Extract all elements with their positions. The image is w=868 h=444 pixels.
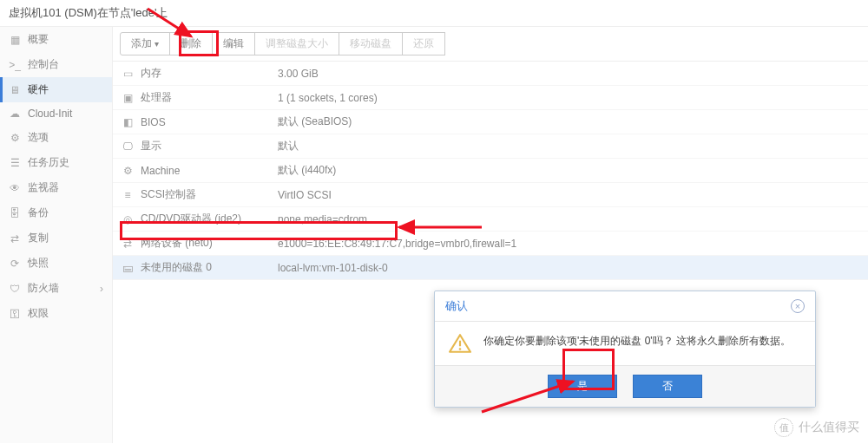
sidebar-item-console[interactable]: >_控制台 (0, 52, 112, 77)
hw-key: 未使用的磁盘 0 (141, 260, 212, 275)
sidebar-item-summary[interactable]: ▦概要 (0, 27, 112, 52)
dialog-message: 你确定你要删除该项'未使用的磁盘 0'吗？ 这将永久删除所有数据。 (483, 334, 791, 349)
sidebar-item-hardware[interactable]: 🖥硬件 (0, 77, 112, 102)
hw-key: BIOS (141, 116, 166, 128)
hw-key: 处理器 (141, 90, 172, 105)
annotation-redbox (562, 349, 615, 390)
tasks-icon: ☰ (9, 157, 21, 169)
revert-button[interactable]: 还原 (402, 32, 445, 56)
sidebar-item-replication[interactable]: ⇄复制 (0, 225, 112, 251)
sidebar-item-label: 选项 (28, 130, 49, 145)
sidebar-item-label: 复制 (28, 231, 49, 245)
hw-value: 3.00 GiB (278, 68, 319, 80)
scsi-icon: ≡ (122, 189, 134, 201)
permission-icon: ⚿ (9, 308, 21, 320)
sidebar-item-monitor[interactable]: 👁监视器 (0, 175, 112, 200)
hw-key: Machine (141, 165, 180, 177)
monitor-icon: 👁 (9, 182, 21, 194)
sidebar-item-label: 任务历史 (28, 155, 69, 170)
hardware-row[interactable]: ◧BIOS默认 (SeaBIOS) (113, 110, 868, 134)
hw-value: 1 (1 sockets, 1 cores) (278, 92, 378, 104)
annotation-redbox (179, 30, 219, 56)
hardware-row[interactable]: 🖵显示默认 (113, 134, 868, 159)
sidebar: ▦概要>_控制台🖥硬件☁Cloud-Init⚙选项☰任务历史👁监视器🗄备份⇄复制… (0, 27, 113, 443)
hardware-list: ▭内存3.00 GiB▣处理器1 (1 sockets, 1 cores)◧BI… (113, 62, 868, 280)
sidebar-item-label: 概要 (28, 32, 49, 47)
sidebar-item-label: 快照 (28, 256, 49, 271)
sidebar-item-label: 控制台 (28, 57, 59, 72)
hw-value: local-lvm:vm-101-disk-0 (278, 262, 388, 274)
sidebar-item-label: Cloud-Init (28, 108, 72, 120)
bios-icon: ◧ (122, 116, 134, 128)
hw-value: VirtIO SCSI (278, 189, 332, 201)
hardware-row[interactable]: ≡SCSI控制器VirtIO SCSI (113, 183, 868, 207)
snapshot-icon: ⟳ (9, 258, 21, 270)
sidebar-item-cloud[interactable]: ☁Cloud-Init (0, 102, 112, 125)
console-icon: >_ (9, 59, 21, 71)
gear-icon: ⚙ (9, 132, 21, 144)
add-button[interactable]: 添加 (120, 32, 170, 56)
hw-value: 默认 (SeaBIOS) (278, 114, 352, 129)
cpu-icon: ▣ (122, 92, 134, 104)
sidebar-item-firewall[interactable]: 🛡防火墙› (0, 276, 112, 301)
hw-key: SCSI控制器 (141, 187, 196, 202)
resize-disk-button[interactable]: 调整磁盘大小 (254, 32, 339, 56)
hardware-icon: 🖥 (9, 84, 21, 96)
summary-icon: ▦ (9, 34, 21, 46)
sidebar-item-gear[interactable]: ⚙选项 (0, 125, 112, 150)
no-button[interactable]: 否 (633, 375, 702, 398)
move-disk-button[interactable]: 移动磁盘 (339, 32, 403, 56)
chevron-right-icon: › (100, 283, 103, 295)
hw-value: 默认 (278, 139, 299, 153)
hw-key: 显示 (141, 139, 161, 153)
backup-icon: 🗄 (9, 207, 21, 219)
watermark: 值 什么值得买 (774, 418, 859, 437)
replication-icon: ⇄ (9, 232, 21, 245)
annotation-redbox (120, 221, 398, 240)
sidebar-item-label: 硬件 (28, 82, 49, 97)
sidebar-item-tasks[interactable]: ☰任务历史 (0, 150, 112, 175)
sidebar-item-label: 权限 (28, 306, 49, 321)
hardware-row[interactable]: ▣处理器1 (1 sockets, 1 cores) (113, 86, 868, 110)
mem-icon: ▭ (122, 68, 134, 80)
hardware-row[interactable]: ⚙Machine默认 (i440fx) (113, 159, 868, 183)
disk-icon: 🖴 (122, 262, 134, 274)
warning-icon (449, 334, 471, 353)
sidebar-item-snapshot[interactable]: ⟳快照 (0, 251, 112, 276)
sidebar-item-backup[interactable]: 🗄备份 (0, 200, 112, 225)
page-title: 虚拟机101 (DSM)在节点'lede'上 (0, 0, 868, 27)
dialog-title: 确认 (445, 298, 468, 314)
machine-icon: ⚙ (122, 165, 134, 177)
cloud-icon: ☁ (9, 108, 21, 120)
toolbar: 添加 删除 编辑 调整磁盘大小 移动磁盘 还原 (113, 27, 868, 62)
hw-value: 默认 (i440fx) (278, 163, 336, 178)
firewall-icon: 🛡 (9, 283, 21, 295)
confirm-dialog: 确认 × 你确定你要删除该项'未使用的磁盘 0'吗？ 这将永久删除所有数据。 是… (434, 291, 816, 408)
hw-key: 内存 (141, 66, 161, 81)
hardware-row[interactable]: 🖴未使用的磁盘 0local-lvm:vm-101-disk-0 (113, 256, 868, 280)
sidebar-item-label: 备份 (28, 206, 49, 220)
hardware-row[interactable]: ▭内存3.00 GiB (113, 62, 868, 86)
sidebar-item-permission[interactable]: ⚿权限 (0, 301, 112, 326)
sidebar-item-label: 监视器 (28, 180, 59, 195)
display-icon: 🖵 (122, 140, 134, 153)
close-icon[interactable]: × (791, 299, 805, 313)
svg-point-1 (459, 348, 462, 350)
sidebar-item-label: 防火墙 (28, 281, 59, 296)
